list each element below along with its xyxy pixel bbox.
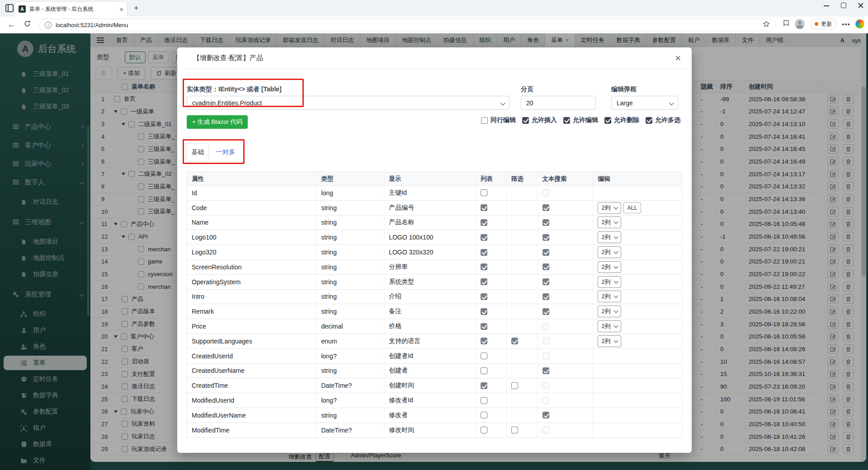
column-header: 列表 xyxy=(476,172,507,185)
search-checkbox[interactable] xyxy=(542,412,549,418)
search-checkbox[interactable] xyxy=(542,278,549,285)
list-checkbox[interactable] xyxy=(481,338,487,344)
copilot-icon[interactable] xyxy=(855,19,864,28)
list-checkbox[interactable] xyxy=(481,323,487,330)
list-checkbox[interactable] xyxy=(481,293,487,300)
search-checkbox xyxy=(542,189,549,196)
search-checkbox xyxy=(542,427,549,433)
bookmark-star-icon[interactable] xyxy=(763,20,770,29)
edit-cell xyxy=(593,423,682,437)
profile-avatar[interactable] xyxy=(795,19,805,29)
columns-select[interactable]: 2列 xyxy=(598,291,621,302)
list-checkbox[interactable] xyxy=(481,412,487,418)
search-cell xyxy=(538,304,594,319)
prop-display: 产品编号 xyxy=(384,201,476,215)
search-cell xyxy=(538,364,594,378)
list-checkbox[interactable] xyxy=(481,427,487,433)
prop-type: string xyxy=(316,245,384,259)
url-field[interactable]: i localhost:5231/Admin/Menu xyxy=(39,19,776,31)
search-checkbox[interactable] xyxy=(542,204,549,211)
maximize-icon[interactable] xyxy=(841,3,846,8)
checked-checkbox[interactable] xyxy=(522,117,529,124)
columns-select[interactable]: 2列 xyxy=(598,261,621,273)
columns-select[interactable]: 2列 xyxy=(598,320,621,332)
checked-checkbox[interactable] xyxy=(604,117,611,124)
filter-cell xyxy=(507,186,538,200)
paging-input[interactable]: 20 xyxy=(521,96,596,110)
url-text: localhost:5231/Admin/Menu xyxy=(56,22,763,28)
prop-display: 修改者Id xyxy=(384,393,476,408)
search-cell xyxy=(538,349,594,363)
list-checkbox[interactable] xyxy=(481,382,487,389)
entity-type-select[interactable]: cyadmin.Entities.Product xyxy=(187,96,509,110)
columns-select[interactable]: 2列 xyxy=(598,246,621,258)
search-checkbox[interactable] xyxy=(542,234,549,241)
search-cell xyxy=(538,260,594,274)
search-checkbox[interactable] xyxy=(542,293,549,300)
list-checkbox[interactable] xyxy=(481,367,487,374)
checked-checkbox[interactable] xyxy=(563,117,570,124)
columns-select[interactable]: 2列 xyxy=(598,231,621,243)
columns-select[interactable]: 2列 xyxy=(598,335,621,347)
browser-tab[interactable]: A 菜单 - 系统管理 - 后台系统 × xyxy=(14,1,127,16)
tab-basic[interactable]: 基础 xyxy=(187,143,209,161)
generate-blazor-button[interactable]: + 生成 Blazor 代码 xyxy=(187,115,248,129)
all-button[interactable]: ALL xyxy=(623,202,641,213)
edit-popup-select[interactable]: Large xyxy=(611,96,678,110)
modal-close-icon[interactable]: × xyxy=(675,52,681,64)
columns-select[interactable]: 2列 xyxy=(598,306,621,317)
search-checkbox[interactable] xyxy=(542,263,549,270)
list-checkbox[interactable] xyxy=(481,249,487,256)
search-checkbox xyxy=(542,338,549,344)
columns-select[interactable]: 2列 xyxy=(598,276,621,288)
columns-select[interactable]: 2列 xyxy=(598,202,621,214)
filter-cell xyxy=(507,216,538,230)
option-允许插入: 允许插入 xyxy=(522,116,557,124)
tab-close-icon[interactable]: × xyxy=(119,6,123,13)
list-checkbox[interactable] xyxy=(481,234,487,241)
search-cell xyxy=(538,319,594,334)
site-info-icon[interactable]: i xyxy=(45,22,52,28)
filter-checkbox[interactable] xyxy=(511,338,518,344)
window-close-icon[interactable] xyxy=(858,3,863,8)
new-tab-button[interactable]: + xyxy=(134,4,139,13)
property-row: Logo100stringLOGO 100x1002列 xyxy=(187,230,682,245)
back-icon[interactable]: ← xyxy=(7,20,16,29)
filter-checkbox[interactable] xyxy=(511,382,518,389)
list-checkbox[interactable] xyxy=(481,263,487,270)
browser-menu-icon[interactable]: ••• xyxy=(842,20,850,28)
list-checkbox[interactable] xyxy=(481,308,487,315)
search-checkbox[interactable] xyxy=(542,367,549,374)
search-checkbox[interactable] xyxy=(542,308,549,315)
checked-checkbox[interactable] xyxy=(646,117,652,124)
list-cell xyxy=(476,349,507,363)
search-checkbox[interactable] xyxy=(542,219,549,226)
list-checkbox[interactable] xyxy=(481,278,487,285)
columns-select[interactable]: 2列 xyxy=(598,216,621,228)
search-checkbox xyxy=(542,323,549,330)
search-checkbox[interactable] xyxy=(542,249,549,256)
option-允许删除: 允许删除 xyxy=(604,116,639,124)
filter-checkbox[interactable] xyxy=(511,427,518,433)
list-checkbox[interactable] xyxy=(481,352,487,359)
browser-update-button[interactable]: 更新 xyxy=(810,19,837,29)
list-cell xyxy=(476,334,507,348)
edit-cell: 2列 xyxy=(593,319,682,334)
list-checkbox[interactable] xyxy=(481,397,487,404)
select-value: 2列 xyxy=(601,204,610,212)
list-checkbox[interactable] xyxy=(481,189,487,196)
reload-icon[interactable] xyxy=(24,20,33,29)
filter-cell xyxy=(507,334,538,348)
favorites-icon[interactable] xyxy=(783,19,790,28)
list-checkbox[interactable] xyxy=(481,204,487,211)
edit-cell: 2列 xyxy=(593,334,682,348)
list-cell xyxy=(476,393,507,408)
search-cell xyxy=(538,216,594,230)
tab-one-to-many[interactable]: 一对多 xyxy=(216,143,235,161)
prop-name: Logo320 xyxy=(187,245,316,259)
unchecked-checkbox[interactable] xyxy=(481,117,488,124)
workspace-icon[interactable] xyxy=(5,4,14,12)
list-checkbox[interactable] xyxy=(481,219,487,226)
minimize-icon[interactable] xyxy=(824,3,829,8)
column-header: 筛选 xyxy=(507,172,538,185)
